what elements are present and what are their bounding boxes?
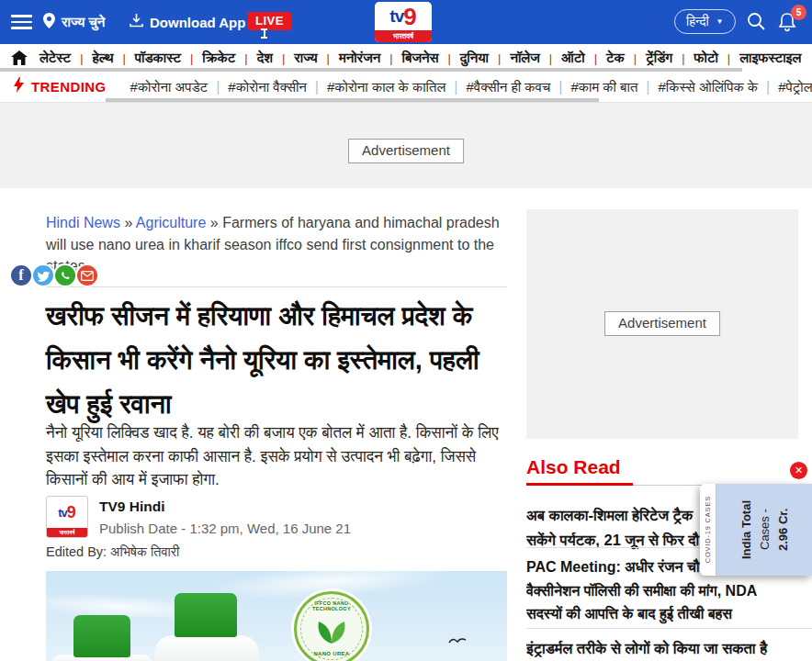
covid-cases-widget[interactable]: COVID-19 CASES 2.96 Cr. Cases - India To… — [700, 484, 812, 576]
nav-separator — [389, 51, 392, 65]
facebook-share-icon[interactable]: f — [9, 263, 33, 287]
tag-separator — [216, 79, 220, 95]
text-cursor — [260, 28, 268, 39]
nav-separator — [80, 51, 83, 65]
breadcrumb-link-agriculture[interactable]: Agriculture — [136, 215, 206, 230]
nav-item-tech[interactable]: टेक — [606, 50, 625, 66]
nav-item-photo[interactable]: फोटो — [694, 50, 718, 66]
covid-widget-tab: COVID-19 CASES — [700, 484, 716, 576]
breadcrumb: Hindi News » Agriculture » Farmers of ha… — [46, 212, 512, 277]
nav-separator — [244, 51, 247, 65]
nav-item-health[interactable]: हेल्थ — [93, 50, 114, 66]
also-read-underline — [526, 483, 633, 486]
trending-tag[interactable]: #किस्से ओलिंपिक के — [659, 79, 759, 95]
download-app-label: Download App — [150, 15, 245, 30]
nav-item-country[interactable]: देश — [257, 50, 273, 66]
breadcrumb-link-hindi-news[interactable]: Hindi News — [46, 215, 120, 230]
lightning-bolt-icon — [13, 77, 25, 96]
breadcrumb-separator: » — [124, 215, 132, 230]
advertisement-placeholder: Advertisement — [604, 311, 720, 336]
language-label: हिन्दी — [686, 14, 709, 29]
article-summary: नैनो यूरिया लिक्विड खाद है. यह बोरी की ब… — [46, 421, 514, 492]
email-share-icon[interactable] — [75, 263, 99, 287]
author-avatar: tv9 भारतवर्ष — [46, 496, 88, 538]
top-ad-slot: Advertisement — [0, 103, 812, 188]
trending-tag[interactable]: #वैक्सीन ही कवच — [466, 79, 550, 95]
tv9-logo-banner: भारतवर्ष — [375, 30, 432, 42]
nav-separator — [634, 51, 637, 65]
nav-item-lifestyle[interactable]: लाइफस्टाइल — [739, 50, 801, 66]
bottle-cap — [175, 593, 237, 637]
download-icon — [130, 14, 143, 30]
tv9-news-page: राज्य चुने Download App LIVE tv9 भारतवर्… — [0, 0, 812, 661]
nav-item-knowledge[interactable]: नॉलेज — [510, 50, 539, 66]
trending-tag[interactable]: #कोरोना वैक्सीन — [228, 79, 307, 95]
trending-scrollbar[interactable] — [106, 98, 599, 102]
choose-state-button[interactable]: राज्य चुने — [43, 0, 105, 44]
search-icon[interactable] — [747, 12, 765, 34]
tag-separator — [454, 79, 457, 95]
nav-item-state[interactable]: राज्य — [294, 50, 317, 66]
language-dropdown[interactable]: हिन्दी ▼ — [674, 9, 736, 34]
advertisement-placeholder: Advertisement — [348, 139, 464, 163]
tag-separator — [766, 79, 770, 95]
nav-item-business[interactable]: बिजनेस — [402, 50, 439, 66]
notification-count-badge: 5 — [791, 5, 806, 20]
top-header: राज्य चुने Download App LIVE tv9 भारतवर्… — [0, 0, 812, 44]
publish-date: Publish Date - 1:32 pm, Wed, 16 June 21 — [99, 521, 351, 536]
nav-item-podcast[interactable]: पॉडकास्ट — [135, 50, 181, 66]
nav-item-latest[interactable]: लेटेस्ट — [39, 50, 71, 66]
author-name[interactable]: TV9 Hindi — [99, 499, 164, 515]
tv9-logo[interactable]: tv9 भारतवर्ष — [375, 2, 432, 42]
edited-by: Edited By: अभिषेक तिवारी — [46, 544, 179, 560]
also-read-item[interactable]: इंट्राडर्मल तरीके से लोगों को किया जा सक… — [526, 636, 812, 660]
article-image: IFFCO NANO TECHNOLOGY NANO UREA — [46, 571, 507, 661]
nav-separator — [282, 51, 285, 65]
close-icon[interactable]: ✕ — [790, 462, 807, 479]
trending-label: TRENDING — [31, 79, 107, 95]
nav-separator — [682, 51, 684, 65]
breadcrumb-divider — [46, 286, 507, 287]
location-pin-icon — [43, 13, 55, 31]
tv9-mini-logo: tv9 — [47, 497, 87, 528]
bottle-cap — [73, 615, 130, 657]
nav-item-auto[interactable]: ऑटो — [561, 50, 585, 66]
nav-item-cricket[interactable]: क्रिकेट — [202, 50, 235, 66]
article-title: खरीफ सीजन में हरियाणा और हिमाचल प्रदेश क… — [46, 294, 514, 426]
tv9-logo-mark: tv9 — [375, 2, 432, 30]
bird-silhouette — [448, 637, 467, 644]
chevron-down-icon: ▼ — [716, 17, 724, 26]
nav-item-trending[interactable]: ट्रेंडिंग — [646, 50, 672, 66]
whatsapp-share-icon[interactable] — [53, 263, 77, 287]
trending-tag[interactable]: #कोरोना काल के कातिल — [327, 79, 445, 95]
twitter-share-icon[interactable] — [31, 263, 55, 287]
leaf-icon — [315, 620, 348, 644]
list-divider — [526, 628, 812, 629]
tag-separator — [646, 79, 649, 95]
trending-tag[interactable]: #काम की बात — [570, 79, 637, 95]
tag-separator — [315, 79, 319, 95]
trending-tag[interactable]: #कोरोना अपडेट — [130, 79, 209, 95]
trending-tag[interactable]: #पेट्रोल-डीजल — [778, 79, 812, 95]
hamburger-menu-icon[interactable] — [11, 15, 32, 29]
covid-widget-body: 2.96 Cr. Cases - India Total — [716, 484, 812, 576]
nav-separator — [498, 51, 501, 65]
nav-separator — [122, 51, 125, 65]
nav-item-entertainment[interactable]: मनोरंजन — [339, 50, 380, 66]
tag-separator — [558, 79, 562, 95]
nano-urea-bottle — [154, 635, 259, 661]
nav-separator — [327, 51, 330, 65]
nav-item-world[interactable]: दुनिया — [460, 50, 489, 66]
nav-separator — [727, 51, 730, 65]
nav-scrollbar[interactable] — [0, 68, 742, 72]
nav-separator — [549, 51, 552, 65]
sidebar-ad-slot: Advertisement — [526, 209, 798, 439]
nav-separator — [594, 51, 597, 65]
live-badge[interactable]: LIVE — [248, 12, 291, 30]
nav-separator — [190, 51, 193, 65]
nav-separator — [447, 51, 450, 65]
download-app-button[interactable]: Download App — [130, 0, 245, 44]
social-share-bar: f — [9, 263, 97, 287]
iffco-nano-emblem: IFFCO NANO TECHNOLOGY NANO UREA — [294, 591, 369, 661]
home-icon[interactable] — [11, 50, 28, 65]
